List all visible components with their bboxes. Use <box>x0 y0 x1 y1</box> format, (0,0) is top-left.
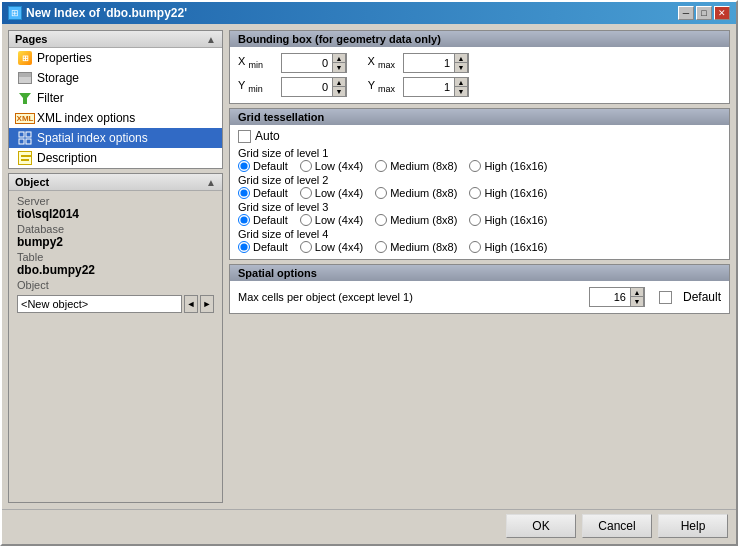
level4-default[interactable]: Default <box>238 241 288 253</box>
level2-medium-radio[interactable] <box>375 187 387 199</box>
level1-high-label: High (16x16) <box>484 160 547 172</box>
level3-high[interactable]: High (16x16) <box>469 214 547 226</box>
object-panel: Object ▲ Server tio\sql2014 Database bum… <box>8 173 223 503</box>
level1-medium[interactable]: Medium (8x8) <box>375 160 457 172</box>
level1-low[interactable]: Low (4x4) <box>300 160 363 172</box>
level3-low-radio[interactable] <box>300 214 312 226</box>
level4-medium[interactable]: Medium (8x8) <box>375 241 457 253</box>
y-max-label: Y max <box>355 79 395 94</box>
max-cells-up[interactable]: ▲ <box>630 287 644 297</box>
y-min-spin: ▲ ▼ <box>332 77 346 97</box>
minimize-button[interactable]: ─ <box>678 6 694 20</box>
y-min-down[interactable]: ▼ <box>332 87 346 97</box>
object-prev-button[interactable]: ◄ <box>184 295 198 313</box>
x-max-down[interactable]: ▼ <box>454 63 468 73</box>
object-collapse-icon[interactable]: ▲ <box>206 177 216 188</box>
level3-high-radio[interactable] <box>469 214 481 226</box>
close-button[interactable]: ✕ <box>714 6 730 20</box>
level1-medium-radio[interactable] <box>375 160 387 172</box>
level2-high-radio[interactable] <box>469 187 481 199</box>
grid-level-2-options: Default Low (4x4) Medium (8x8) <box>238 187 721 199</box>
sidebar-item-storage[interactable]: Storage <box>9 68 222 88</box>
level4-high[interactable]: High (16x16) <box>469 241 547 253</box>
object-next-button[interactable]: ► <box>200 295 214 313</box>
x-max-up[interactable]: ▲ <box>454 53 468 63</box>
x-max-input-wrap: ▲ ▼ <box>403 53 469 73</box>
level3-default-radio[interactable] <box>238 214 250 226</box>
level2-default[interactable]: Default <box>238 187 288 199</box>
level3-medium[interactable]: Medium (8x8) <box>375 214 457 226</box>
level2-medium[interactable]: Medium (8x8) <box>375 187 457 199</box>
x-min-down[interactable]: ▼ <box>332 63 346 73</box>
max-cells-down[interactable]: ▼ <box>630 297 644 307</box>
level2-default-radio[interactable] <box>238 187 250 199</box>
level1-high[interactable]: High (16x16) <box>469 160 547 172</box>
level3-low[interactable]: Low (4x4) <box>300 214 363 226</box>
spatial-icon <box>17 130 33 146</box>
window-title: New Index of 'dbo.bumpy22' <box>26 6 187 20</box>
level2-medium-label: Medium (8x8) <box>390 187 457 199</box>
svg-rect-3 <box>19 139 24 144</box>
grid-level-1-row: Grid size of level 1 Default Low (4x4) <box>238 147 721 172</box>
level1-default-radio[interactable] <box>238 160 250 172</box>
y-max-up[interactable]: ▲ <box>454 77 468 87</box>
maximize-button[interactable]: □ <box>696 6 712 20</box>
level2-high[interactable]: High (16x16) <box>469 187 547 199</box>
sidebar-item-description[interactable]: Description <box>9 148 222 168</box>
grid-level-2-row: Grid size of level 2 Default Low (4x4) <box>238 174 721 199</box>
svg-rect-4 <box>26 139 31 144</box>
level1-low-label: Low (4x4) <box>315 160 363 172</box>
spatial-options-content: Max cells per object (except level 1) ▲ … <box>230 281 729 313</box>
level2-low-radio[interactable] <box>300 187 312 199</box>
max-cells-label: Max cells per object (except level 1) <box>238 291 413 303</box>
level1-default[interactable]: Default <box>238 160 288 172</box>
x-max-input[interactable] <box>404 54 454 72</box>
title-buttons: ─ □ ✕ <box>678 6 730 20</box>
pages-collapse-icon[interactable]: ▲ <box>206 34 216 45</box>
sidebar-item-filter[interactable]: Filter <box>9 88 222 108</box>
database-value: bumpy2 <box>17 235 214 249</box>
level1-high-radio[interactable] <box>469 160 481 172</box>
y-min-input[interactable] <box>282 78 332 96</box>
level3-medium-radio[interactable] <box>375 214 387 226</box>
max-cells-input[interactable] <box>590 288 630 306</box>
bounding-box-header: Bounding box (for geometry data only) <box>230 31 729 47</box>
object-input[interactable] <box>17 295 182 313</box>
auto-checkbox[interactable] <box>238 130 251 143</box>
grid-level-3-options: Default Low (4x4) Medium (8x8) <box>238 214 721 226</box>
level3-medium-label: Medium (8x8) <box>390 214 457 226</box>
object-input-row: ◄ ► <box>17 295 214 313</box>
help-button[interactable]: Help <box>658 514 728 538</box>
title-bar-left: ⊞ New Index of 'dbo.bumpy22' <box>8 6 187 20</box>
y-max-input[interactable] <box>404 78 454 96</box>
level4-medium-radio[interactable] <box>375 241 387 253</box>
grid-level-1-label: Grid size of level 1 <box>238 147 721 159</box>
level4-high-radio[interactable] <box>469 241 481 253</box>
x-min-input[interactable] <box>282 54 332 72</box>
level4-low[interactable]: Low (4x4) <box>300 241 363 253</box>
auto-label: Auto <box>255 129 280 143</box>
sidebar-item-spatial[interactable]: Spatial index options <box>9 128 222 148</box>
x-min-up[interactable]: ▲ <box>332 53 346 63</box>
level2-low[interactable]: Low (4x4) <box>300 187 363 199</box>
ok-button[interactable]: OK <box>506 514 576 538</box>
y-min-up[interactable]: ▲ <box>332 77 346 87</box>
default-checkbox[interactable] <box>659 291 672 304</box>
sidebar-item-xml[interactable]: XML XML index options <box>9 108 222 128</box>
y-max-down[interactable]: ▼ <box>454 87 468 97</box>
sidebar-item-label: XML index options <box>37 111 135 125</box>
level3-default[interactable]: Default <box>238 214 288 226</box>
sidebar-item-label: Filter <box>37 91 64 105</box>
level4-default-radio[interactable] <box>238 241 250 253</box>
spatial-row: Max cells per object (except level 1) ▲ … <box>238 287 721 307</box>
window-icon: ⊞ <box>8 6 22 20</box>
level4-low-radio[interactable] <box>300 241 312 253</box>
cancel-button[interactable]: Cancel <box>582 514 652 538</box>
server-value: tio\sql2014 <box>17 207 214 221</box>
sidebar-item-properties[interactable]: ⊞ Properties <box>9 48 222 68</box>
grid-level-4-label: Grid size of level 4 <box>238 228 721 240</box>
level2-high-label: High (16x16) <box>484 187 547 199</box>
bounding-box-content: X min ▲ ▼ X max ▲ <box>230 47 729 103</box>
level1-low-radio[interactable] <box>300 160 312 172</box>
level2-default-label: Default <box>253 187 288 199</box>
